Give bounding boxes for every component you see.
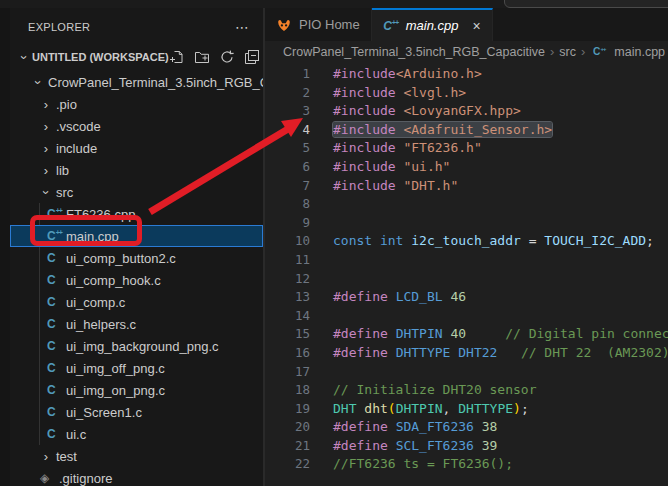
c-file-icon: C [45, 295, 64, 309]
activity-bar-edge [0, 8, 10, 486]
tree-folder-.pio[interactable]: ›.pio [10, 93, 263, 115]
tree-item-label: ui_img_background_png.c [66, 339, 219, 354]
tree-folder-.vscode[interactable]: ›.vscode [10, 115, 263, 137]
code-line-15: 15#define DHTPIN 40 // Digital pin conne… [265, 325, 668, 344]
tree-file-ui_comp.c[interactable]: Cui_comp.c [10, 291, 263, 313]
chevron-right-icon: › [38, 119, 54, 134]
line-number: 14 [265, 307, 310, 326]
more-actions-icon[interactable]: ⋯ [235, 22, 249, 32]
workspace-section-header[interactable]: › UNTITLED (WORKSPACE) [10, 46, 263, 68]
tree-item-label: ui_img_off_png.c [66, 361, 165, 376]
tree-file-ui_helpers.c[interactable]: Cui_helpers.c [10, 313, 263, 335]
line-number: 18 [265, 381, 310, 400]
code-line-text: #include <lvgl.h> [310, 84, 466, 103]
tree-item-label: .gitignore [59, 471, 112, 486]
tree-file-ui.c[interactable]: Cui.c [10, 423, 263, 445]
code-line-text: #define DHTTYPE DHT22 // DHT 22 (AM2302)… [310, 344, 668, 363]
tree-item-label: ui_Screen1.c [66, 405, 142, 420]
tree-file-.gitignore[interactable]: ◈.gitignore [10, 467, 263, 486]
c-file-icon: C [45, 383, 64, 397]
close-icon[interactable]: × [472, 18, 480, 34]
tree-item-label: ui.c [66, 427, 86, 442]
line-number: 20 [265, 418, 310, 437]
code-line-11: 11 [265, 251, 668, 270]
file-tree: ›CrowPanel_Terminal_3.5inch_RGB_Ca...›.p… [10, 71, 263, 486]
breadcrumb-segment[interactable]: src [559, 45, 576, 59]
explorer-title: EXPLORER [28, 21, 90, 33]
tab-label: PIO Home [299, 17, 360, 32]
tree-folder-src[interactable]: ›src [10, 181, 263, 203]
code-line-20: 20#define SDA_FT6236 38 [265, 418, 668, 437]
tree-file-main.cpp[interactable]: C++main.cpp [10, 225, 263, 247]
tree-item-label: ui_comp_button2.c [66, 251, 176, 266]
breadcrumb-segment[interactable]: main.cpp [614, 45, 665, 59]
tree-file-ui_img_off_png.c[interactable]: Cui_img_off_png.c [10, 357, 263, 379]
chevron-right-icon: › [38, 97, 54, 112]
tree-file-ui_img_on_png.c[interactable]: Cui_img_on_png.c [10, 379, 263, 401]
new-folder-icon[interactable] [194, 49, 210, 65]
tree-file-FT6236.cpp[interactable]: C++FT6236.cpp [10, 203, 263, 225]
line-number: 7 [265, 177, 310, 196]
breadcrumb: CrowPanel_Terminal_3.5inch_RGB_Capacitiv… [265, 41, 668, 62]
line-number: 3 [265, 102, 310, 121]
code-line-text [310, 307, 333, 326]
code-line-text: // Initialize DHT20 sensor [310, 381, 537, 400]
line-number: 22 [265, 455, 310, 474]
new-file-icon[interactable] [169, 49, 185, 65]
tree-file-ui_comp_hook.c[interactable]: Cui_comp_hook.c [10, 269, 263, 291]
code-line-text [310, 214, 333, 233]
code-line-text: #include <LovyanGFX.hpp> [310, 102, 521, 121]
code-line-12: 12 [265, 270, 668, 289]
tree-file-ui_comp_button2.c[interactable]: Cui_comp_button2.c [10, 247, 263, 269]
tab-pio-home[interactable]: PIO Home [265, 8, 372, 41]
code-line-text: #include "FT6236.h" [310, 139, 482, 158]
cpp-file-icon: C++ [383, 18, 399, 34]
c-file-icon: C [45, 251, 64, 265]
code-line-4: 4#include <Adafruit_Sensor.h> [265, 121, 668, 140]
line-number: 11 [265, 251, 310, 270]
tab-bar: PIO HomeC++main.cpp× [265, 8, 668, 41]
gitignore-icon: ◈ [38, 471, 57, 485]
tree-file-ui_Screen1.c[interactable]: Cui_Screen1.c [10, 401, 263, 423]
cpp-file-icon: C++ [45, 207, 64, 221]
tree-folder-test[interactable]: ›test [10, 445, 263, 467]
tree-folder-CrowPanel_Terminal_3.5inch_RGB_Ca...[interactable]: ›CrowPanel_Terminal_3.5inch_RGB_Ca... [10, 71, 263, 93]
refresh-icon[interactable] [219, 49, 235, 65]
explorer-header: EXPLORER ⋯ [10, 8, 263, 40]
tab-main-cpp[interactable]: C++main.cpp× [372, 8, 493, 41]
tree-file-ui_img_background_png.c[interactable]: Cui_img_background_png.c [10, 335, 263, 357]
workspace-label: UNTITLED (WORKSPACE) [32, 51, 169, 63]
code-line-5: 5#include "FT6236.h" [265, 139, 668, 158]
selection-highlight: #include <Adafruit_Sensor.h> [333, 122, 552, 137]
line-number: 6 [265, 158, 310, 177]
code-editor[interactable]: 1#include<Arduino.h>2#include <lvgl.h>3#… [265, 62, 668, 474]
tree-item-label: main.cpp [66, 229, 119, 244]
code-line-text: #include<Arduino.h> [310, 65, 482, 84]
line-number: 19 [265, 400, 310, 419]
c-file-icon: C [45, 427, 64, 441]
breadcrumb-separator-icon: › [550, 44, 554, 59]
tree-item-label: FT6236.cpp [66, 207, 135, 222]
code-line-13: 13#define LCD_BL 46 [265, 288, 668, 307]
command-center-searchbox[interactable] [504, 0, 668, 8]
chevron-right-icon: › [38, 163, 54, 178]
line-number: 12 [265, 270, 310, 289]
breadcrumb-segment[interactable]: CrowPanel_Terminal_3.5inch_RGB_Capacitiv… [283, 45, 545, 59]
breadcrumb-separator-icon: › [581, 44, 585, 59]
explorer-sidebar: EXPLORER ⋯ › UNTITLED (WORKSPACE) ›CrowP… [10, 8, 265, 486]
code-line-19: 19DHT dht(DHTPIN, DHTTYPE); [265, 400, 668, 419]
c-file-icon: C [45, 361, 64, 375]
collapse-all-icon[interactable] [244, 49, 260, 65]
tree-folder-lib[interactable]: ›lib [10, 159, 263, 181]
code-line-text: const int i2c_touch_addr = TOUCH_I2C_ADD… [310, 232, 654, 251]
c-file-icon: C [45, 405, 64, 419]
line-number: 4 [265, 121, 310, 140]
code-line-text: #define SCL_FT6236 39 [310, 437, 497, 456]
tree-item-label: .vscode [56, 119, 101, 134]
tree-item-label: ui_comp_hook.c [66, 273, 161, 288]
c-file-icon: C [45, 273, 64, 287]
code-line-text: #define DHTPIN 40 // Digital pin connect [310, 325, 668, 344]
vscode-window: EXPLORER ⋯ › UNTITLED (WORKSPACE) ›CrowP… [0, 0, 668, 486]
c-file-icon: C [45, 317, 64, 331]
tree-folder-include[interactable]: ›include [10, 137, 263, 159]
